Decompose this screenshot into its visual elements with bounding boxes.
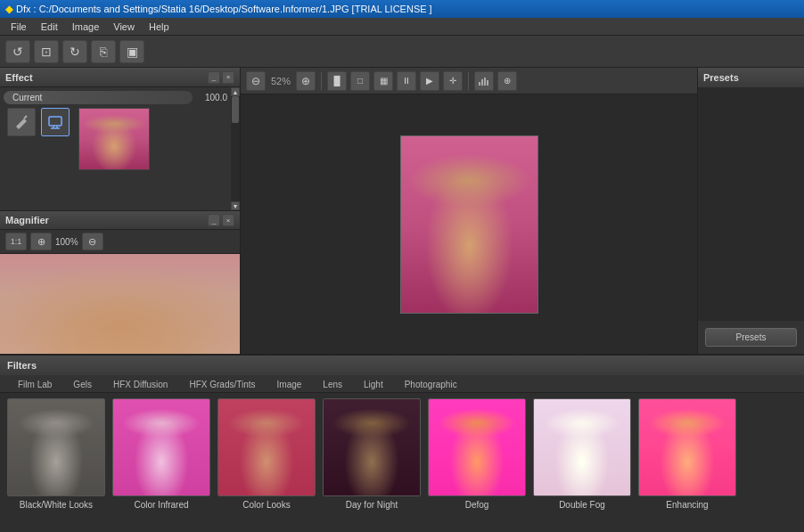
toolbar-grid-btn[interactable]: ▣ [119,40,144,63]
filter-bw-thumb[interactable] [7,398,105,496]
view-side-btn[interactable]: □ [350,71,370,91]
view-pause-btn[interactable]: ⏸ [397,71,416,91]
title-bar: ◆ Dfx : C:/Documents and Settings/Statia… [0,0,804,18]
window-title: Dfx : C:/Documents and Settings/Statia 1… [16,4,432,14]
filter-colorlooks-image [218,399,315,495]
filter-colorlooks-thumb[interactable] [217,398,316,496]
filters-panel: Filters Film Lab Gels HFX Diffusion HFX … [0,354,804,532]
effect-panel-title: Effect [5,72,33,83]
filter-daynight[interactable]: Day for Night [323,398,421,510]
view-split-btn[interactable]: ▐▌ [327,71,347,91]
effect-slider-row: Current 100.0 [4,91,227,104]
svg-rect-7 [484,78,486,86]
filter-enhancing-image [639,399,735,495]
magnifier-toolbar: 1:1 ⊕ 100% ⊖ [0,230,240,254]
left-panels: Effect _ × Current 100.0 [0,68,241,354]
filter-doublefog-label: Double Fog [559,500,605,510]
magnifier-panel-controls: _ × [208,214,234,226]
main-portrait [401,136,537,313]
filter-doublefog-thumb[interactable] [533,398,631,496]
filter-enhancing-thumb[interactable] [638,398,736,496]
filter-cat-gels[interactable]: Gels [62,379,103,390]
filter-doublefog[interactable]: Double Fog [533,398,631,510]
filters-header: Filters [0,356,804,375]
presets-title: Presets [703,72,739,83]
effect-slider-label: Current [4,91,193,104]
view-move-btn[interactable]: ✛ [443,71,463,91]
toolbar-crop-btn[interactable]: ⊡ [34,40,59,63]
filter-cat-photo[interactable]: Photographic [394,379,468,390]
filter-daynight-image [324,399,420,495]
toolbar-rotate-btn[interactable]: ↻ [62,40,87,63]
magnifier-1to1-btn[interactable]: 1:1 [5,233,27,250]
filter-cat-light[interactable]: Light [353,379,394,390]
svg-rect-6 [481,79,483,86]
menu-help[interactable]: Help [142,20,176,34]
menu-file[interactable]: File [4,20,34,34]
filters-categories: Film Lab Gels HFX Diffusion HFX Grads/Ti… [0,375,804,393]
filter-defog[interactable]: Defog [428,398,526,510]
svg-rect-1 [49,117,62,126]
filters-title: Filters [7,360,37,371]
filter-colorlooks[interactable]: Color Looks [217,398,316,510]
filter-bw[interactable]: Black/White Looks [7,398,105,510]
filter-cat-hfxdiff[interactable]: HFX Diffusion [103,379,179,390]
filter-cat-lens[interactable]: Lens [312,379,353,390]
magnifier-zoom-value: 100% [55,237,78,247]
effect-panel-header: Effect _ × [0,68,240,87]
magnifier-minimize-btn[interactable]: _ [208,214,220,226]
view-grid-btn[interactable]: ▦ [373,71,393,91]
zoom-in-btn[interactable]: ⊕ [296,71,316,91]
presets-header: Presets [698,68,804,87]
filter-defog-thumb[interactable] [428,398,526,496]
toolbar-refresh-btn[interactable]: ↺ [5,40,30,63]
filter-bw-image [8,399,104,495]
magnifier-close-btn[interactable]: × [222,214,234,226]
canvas-area[interactable] [241,94,697,354]
main-image-display [400,135,538,314]
menu-image[interactable]: Image [65,20,107,34]
view-info-btn[interactable]: ⊕ [497,71,517,91]
presets-content [698,87,804,321]
effect-close-btn[interactable]: × [222,71,234,84]
menu-edit[interactable]: Edit [34,20,65,34]
effect-minimize-btn[interactable]: _ [208,71,220,84]
view-play-btn[interactable]: ▶ [420,71,439,91]
center-canvas: ⊖ 52% ⊕ ▐▌ □ ▦ ⏸ ▶ ✛ ⊕ [241,68,697,354]
filter-infrared-label: Color Infrared [134,500,188,510]
filter-daynight-thumb[interactable] [323,398,421,496]
view-histogram-btn[interactable] [474,71,494,91]
right-presets-panel: Presets Presets [697,68,804,354]
effect-scroll-down[interactable]: ▼ [231,201,240,210]
effect-thumb-screen[interactable] [41,108,70,136]
filter-cat-image[interactable]: Image [267,379,313,390]
zoom-out-btn[interactable]: ⊖ [246,71,266,91]
effect-scroll-up[interactable]: ▲ [231,87,240,96]
magnifier-panel-header: Magnifier _ × [0,211,240,230]
presets-button[interactable]: Presets [705,328,797,347]
filter-defog-image [429,399,525,495]
magnifier-zoom-in-btn[interactable]: ⊕ [30,233,52,250]
filter-infrared-image [113,399,209,495]
filter-infrared-thumb[interactable] [112,398,210,496]
effect-scroll-thumb[interactable] [232,96,239,123]
main-toolbar: ↺ ⊡ ↻ ⎘ ▣ [0,36,804,68]
menu-view[interactable]: View [106,20,142,34]
svg-line-0 [24,116,27,119]
magnifier-view [0,254,240,354]
filter-enhancing[interactable]: Enhancing [638,398,736,510]
effect-content: Current 100.0 [0,87,231,174]
effect-thumb-brush[interactable] [7,108,36,136]
magnifier-zoom-out-btn[interactable]: ⊖ [82,233,103,250]
filter-infrared[interactable]: Color Infrared [112,398,210,510]
filters-grid: Black/White Looks Color Infrared Color L… [0,393,804,515]
effect-panel-controls: _ × [208,71,234,84]
filter-cat-filmlab[interactable]: Film Lab [7,379,62,390]
zoom-value: 52% [269,76,292,86]
magnifier-panel-title: Magnifier [5,215,49,225]
magnifier-portrait-image [0,254,240,354]
svg-rect-5 [479,82,480,86]
effect-scrollbar[interactable]: ▲ ▼ [231,87,240,210]
toolbar-copy-btn[interactable]: ⎘ [91,40,116,63]
filter-cat-hfxgrads[interactable]: HFX Grads/Tints [178,379,266,390]
